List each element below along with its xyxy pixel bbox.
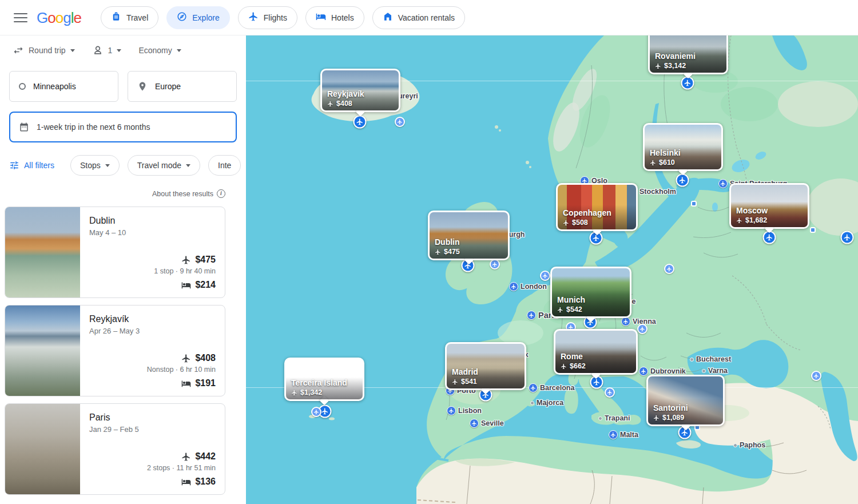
map-card-city: Dublin <box>435 237 460 247</box>
map-card-copenhagen[interactable]: Copenhagen$508 <box>556 183 638 231</box>
nav-chip-label: Explore <box>192 13 219 22</box>
map-card-santorini[interactable]: Santorini$1,089 <box>646 375 725 426</box>
result-dates: May 4 – 10 <box>89 228 216 237</box>
round-trip-icon <box>13 45 24 56</box>
destination-plane-marker[interactable] <box>540 271 550 281</box>
all-filters-button[interactable]: All filters <box>9 160 54 170</box>
filter-chip-stops[interactable]: Stops <box>70 155 120 176</box>
trip-type-dropdown[interactable]: Round trip <box>13 45 75 56</box>
chevron-down-icon <box>117 49 121 52</box>
airport-marker-icon[interactable] <box>609 430 618 439</box>
about-results-row: About these results i <box>0 189 225 198</box>
map-label-bucharest: Bucharest <box>690 355 731 363</box>
airport-marker-icon[interactable] <box>470 419 479 428</box>
cabin-class-dropdown[interactable]: Economy <box>138 46 181 55</box>
flight-icon <box>492 261 498 267</box>
city-dot-icon <box>733 443 737 447</box>
destination-photo <box>5 305 80 396</box>
city-dot-marker[interactable] <box>691 201 697 207</box>
menu-icon[interactable] <box>9 6 32 29</box>
all-filters-label: All filters <box>24 161 54 170</box>
hotel-price: $136 <box>195 477 216 487</box>
map-label-seville[interactable]: Seville <box>470 419 504 428</box>
map-label-malta[interactable]: Malta <box>609 430 638 439</box>
map-card-reykjavik[interactable]: Reykjavík$408 <box>320 69 400 112</box>
destination-plane-marker[interactable] <box>841 231 854 244</box>
filter-chip-travel-mode[interactable]: Travel mode <box>128 155 200 176</box>
map-card-dublin[interactable]: Dublin$475 <box>428 211 510 260</box>
google-flights-explore-page: Google Travel Explore Flights Hotels Vac… <box>0 0 858 504</box>
flight-icon <box>623 319 629 324</box>
flight-icon <box>452 379 458 385</box>
map-label-varna: Varna <box>702 367 728 375</box>
flight-icon <box>327 101 333 107</box>
nav-chip-label: Flights <box>264 13 287 22</box>
date-range-field[interactable]: 1-week trip in the next 6 months <box>9 112 237 142</box>
airport-marker-icon[interactable] <box>718 179 728 188</box>
result-card-reykjavik[interactable]: Reykjavík Apr 26 – May 3 $408 Nonstop · … <box>5 305 225 396</box>
city-dot-marker[interactable] <box>810 227 816 233</box>
result-card-dublin[interactable]: Dublin May 4 – 10 $475 1 stop · 9 hr 40 … <box>5 207 225 298</box>
hotel-price: $214 <box>195 280 216 290</box>
flight-icon <box>653 415 660 421</box>
airport-marker-icon[interactable] <box>639 367 648 376</box>
nav-chip-hotels[interactable]: Hotels <box>305 6 364 29</box>
filter-chip-interests[interactable]: Inte <box>208 155 241 176</box>
destination-plane-marker[interactable] <box>311 407 321 417</box>
result-dates: Apr 26 – May 3 <box>89 327 216 335</box>
map-card-city: Munich <box>557 295 585 304</box>
destination-field[interactable]: Europe <box>128 71 237 102</box>
map-label-barcelona[interactable]: Barcelona <box>529 383 574 392</box>
map-card-munich[interactable]: Munich$542 <box>550 267 631 318</box>
destination-plane-marker[interactable] <box>605 387 615 398</box>
destination-plane-marker[interactable] <box>664 264 674 274</box>
airport-marker-icon[interactable] <box>527 311 536 320</box>
map-card-helsinki[interactable]: Helsinki$610 <box>643 123 723 171</box>
origin-circle-icon <box>19 83 26 90</box>
destination-plane-marker[interactable] <box>811 371 821 381</box>
nav-chip-vacation-rentals[interactable]: Vacation rentals <box>372 6 465 29</box>
map-card-city: Terceira Island <box>291 378 347 387</box>
nav-chip-travel[interactable]: Travel <box>101 6 158 29</box>
map-card-price: $408 <box>327 100 352 108</box>
map-card-rovaniemi[interactable]: Rovaniemi$3,142 <box>648 35 728 74</box>
destination-plane-marker[interactable] <box>395 117 405 127</box>
map-label-london[interactable]: London <box>509 282 547 291</box>
map-card-rome[interactable]: Rome$662 <box>554 329 638 375</box>
flight-price: $475 <box>195 255 216 265</box>
flight-icon <box>356 118 364 126</box>
result-city: Reykjavík <box>89 314 216 324</box>
airport-marker-icon[interactable] <box>447 406 456 415</box>
result-card-paris[interactable]: Paris Jan 29 – Feb 5 $442 2 stops · 11 h… <box>5 403 225 495</box>
person-icon <box>92 45 104 56</box>
city-label-text: Paphos <box>740 441 765 449</box>
passengers-dropdown[interactable]: 1 <box>92 45 122 56</box>
google-logo[interactable]: Google <box>37 10 81 25</box>
city-dot-icon <box>690 358 694 362</box>
explore-map[interactable]: AkureyriOsloStockholmSaint PetersburgEdi… <box>246 35 858 504</box>
city-label-text: Majorca <box>537 399 563 407</box>
flight-icon <box>471 420 477 426</box>
destination-plane-marker[interactable] <box>676 174 689 187</box>
map-card-terceira-island[interactable]: Terceira Island$1,342 <box>284 358 364 401</box>
cabin-class-value: Economy <box>138 46 172 55</box>
destination-plane-marker[interactable] <box>353 116 367 129</box>
destination-plane-marker[interactable] <box>490 259 500 269</box>
airport-marker-icon[interactable] <box>509 282 518 291</box>
map-card-moscow[interactable]: Moscow$1,682 <box>729 183 809 229</box>
airport-marker-icon[interactable] <box>621 317 630 326</box>
flight-icon <box>530 385 536 391</box>
origin-field[interactable]: Minneapolis <box>9 71 118 102</box>
map-label-lisbon[interactable]: Lisbon <box>447 406 482 415</box>
top-navigation-bar: Google Travel Explore Flights Hotels Vac… <box>0 0 858 35</box>
nav-chip-flights[interactable]: Flights <box>238 6 297 29</box>
info-icon[interactable]: i <box>217 189 225 198</box>
hotel-icon <box>181 477 191 487</box>
nav-chip-explore[interactable]: Explore <box>166 6 229 29</box>
map-label-paphos: Paphos <box>733 441 765 449</box>
airport-marker-icon[interactable] <box>529 383 538 392</box>
flight-icon <box>641 368 646 374</box>
map-card-madrid[interactable]: Madrid$541 <box>445 342 526 390</box>
destination-plane-marker[interactable] <box>637 324 648 334</box>
map-label-trapani: Trapani <box>598 414 630 422</box>
